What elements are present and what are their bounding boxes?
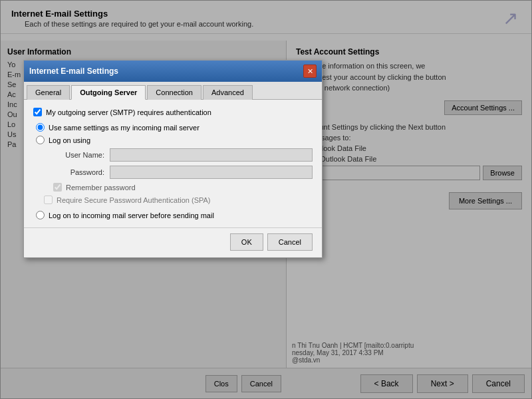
dialog-ok-button[interactable]: OK — [230, 233, 263, 251]
dialog-titlebar: Internet E-mail Settings ✕ — [24, 61, 322, 82]
password-row: Password: — [53, 166, 313, 179]
password-input[interactable] — [110, 166, 313, 179]
use-incoming-radio[interactable] — [36, 123, 45, 132]
username-row: User Name: — [53, 148, 313, 162]
dialog-tabs: General Outgoing Server Connection Advan… — [24, 82, 322, 100]
remember-password-label: Remember password — [66, 184, 136, 192]
logon-incoming-radio[interactable] — [36, 211, 45, 219]
logon-label: Log on using — [49, 136, 90, 144]
dialog-content: My outgoing server (SMTP) requires authe… — [24, 100, 322, 227]
credential-fields: User Name: Password: — [33, 148, 313, 179]
username-input[interactable] — [110, 148, 313, 162]
dialog-title: Internet E-mail Settings — [29, 66, 118, 76]
smtp-auth-row: My outgoing server (SMTP) requires authe… — [33, 108, 313, 116]
remember-password-row: Remember password — [33, 183, 313, 192]
spa-label: Require Secure Password Authentication (… — [57, 196, 211, 204]
spa-checkbox[interactable] — [44, 196, 53, 204]
spa-row: Require Secure Password Authentication (… — [33, 196, 313, 204]
tab-general[interactable]: General — [27, 85, 70, 100]
tab-advanced[interactable]: Advanced — [203, 85, 253, 100]
use-incoming-row: Use same settings as my incoming mail se… — [33, 123, 313, 132]
dialog-close-button[interactable]: ✕ — [303, 65, 317, 78]
tab-connection[interactable]: Connection — [147, 85, 201, 100]
password-label: Password: — [53, 168, 110, 176]
logon-incoming-label: Log on to incoming mail server before se… — [49, 211, 214, 219]
remember-password-checkbox[interactable] — [53, 183, 62, 192]
username-label: User Name: — [53, 151, 110, 159]
smtp-auth-label: My outgoing server (SMTP) requires authe… — [46, 108, 211, 116]
logon-row: Log on using — [33, 136, 313, 144]
logon-incoming-row: Log on to incoming mail server before se… — [33, 211, 313, 219]
tab-outgoing-server[interactable]: Outgoing Server — [71, 85, 146, 100]
use-incoming-label: Use same settings as my incoming mail se… — [49, 124, 200, 132]
dialog-buttons: OK Cancel — [24, 227, 322, 257]
internet-email-settings-dialog: Internet E-mail Settings ✕ General Outgo… — [23, 60, 323, 258]
logon-radio[interactable] — [36, 136, 45, 144]
dialog-cancel-button[interactable]: Cancel — [267, 233, 313, 251]
smtp-auth-checkbox[interactable] — [33, 108, 42, 116]
